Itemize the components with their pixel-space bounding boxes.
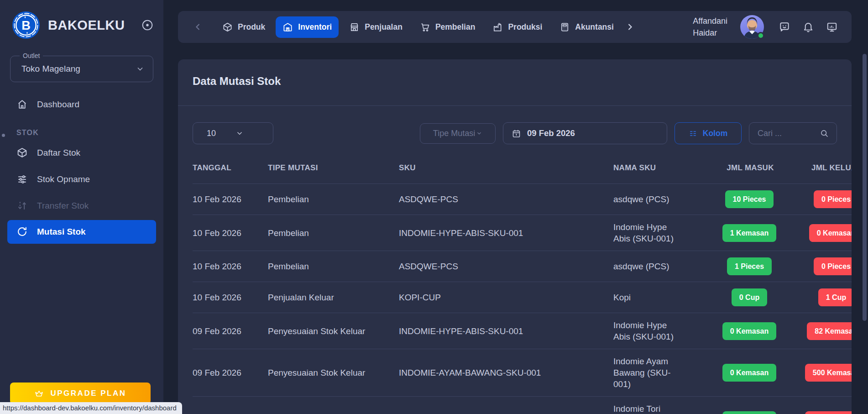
chevron-down-icon <box>136 64 145 73</box>
svg-text:B: B <box>21 18 31 32</box>
cell-nama-sku: Indomie Hype Abis (SKU-001) <box>613 215 711 251</box>
sidebar-scroll-dot <box>2 134 5 137</box>
cell-jml-masuk: 1 Pieces <box>711 251 794 282</box>
cell-jml-keluar: 500 Kemasan <box>794 397 852 414</box>
home-icon <box>16 99 28 110</box>
cell-jml-keluar: 0 Pieces <box>794 184 852 215</box>
tipe-mutasi-select[interactable]: Tipe Mutasi <box>420 123 496 144</box>
sidebar-toggle-button[interactable] <box>141 18 154 32</box>
nav-forward-button[interactable] <box>622 20 637 34</box>
store-icon <box>349 22 360 32</box>
cell-jml-keluar: 0 Kemasan <box>794 215 852 251</box>
column-header-jml-keluar: JML KELUAR <box>794 151 852 184</box>
sidebar-item-label: Dashboard <box>37 100 79 110</box>
nav-item-produksi[interactable]: Produksi <box>486 16 549 38</box>
table-row: 10 Feb 2026PembelianASDQWE-PCSasdqwe (PC… <box>193 184 852 215</box>
kolom-label: Kolom <box>703 129 727 138</box>
table-row: 10 Feb 2026Penjualan KeluarKOPI-CUPKopi0… <box>193 282 852 313</box>
cell-tanggal: 09 Feb 2026 <box>193 397 268 414</box>
kolom-button[interactable]: Kolom <box>675 122 742 144</box>
cell-jml-masuk: 1 Kemasan <box>711 215 794 251</box>
sidebar-item-dashboard[interactable]: Dashboard <box>0 91 163 118</box>
jml-keluar-badge: 1 Cup <box>818 288 852 306</box>
data-mutasi-stok-card: Data Mutasi Stok 10 Tipe Mutasi <box>178 59 852 414</box>
calculator-icon <box>559 22 570 32</box>
brand-name: BAKOELKU <box>48 18 141 33</box>
search-icon <box>820 129 829 138</box>
sidebar-section-stok: STOK <box>0 129 163 137</box>
sidebar-menu: DashboardSTOKDaftar StokStok OpnameTrans… <box>0 91 163 244</box>
nav-item-label: Akuntansi <box>575 22 614 32</box>
sidebar: B BAKOELKU Outlet Toko Magelang Dashboar… <box>0 0 163 414</box>
cell-sku: INDOMIE-HYPE-ABIS-SKU-001 <box>399 215 613 251</box>
messages-button[interactable] <box>776 18 793 36</box>
cell-jml-keluar: 0 Pieces <box>794 251 852 282</box>
monitor-icon <box>826 21 838 33</box>
sliders-icon <box>16 173 28 185</box>
cell-sku: INDOMIE-TORI-MISO-TELUR-TELUR-SKU-001 <box>399 397 613 414</box>
table-row: 10 Feb 2026PembelianINDOMIE-HYPE-ABIS-SK… <box>193 215 852 251</box>
cell-jml-keluar: 82 Kemasan <box>794 313 852 349</box>
nav-item-penjualan[interactable]: Penjualan <box>342 16 409 38</box>
cell-jml-masuk: 10 Pieces <box>711 184 794 215</box>
chevron-down-icon <box>476 130 482 136</box>
page-title: Data Mutasi Stok <box>193 75 837 88</box>
jml-masuk-badge: 10 Pieces <box>725 190 774 208</box>
brand-row: B BAKOELKU <box>0 0 163 44</box>
sidebar-item-label: Daftar Stok <box>37 148 80 158</box>
table-row: 09 Feb 2026Penyesuaian Stok KeluarINDOMI… <box>193 349 852 397</box>
cell-tipe-mutasi: Penyesuaian Stok Keluar <box>268 397 399 414</box>
nav-item-inventori[interactable]: Inventori <box>276 16 339 38</box>
search-input[interactable] <box>758 129 820 138</box>
package-icon <box>16 147 28 159</box>
date-value: 09 Feb 2026 <box>527 128 575 138</box>
sidebar-item-label: Mutasi Stok <box>37 227 86 237</box>
outlet-label: Outlet <box>20 52 43 59</box>
mutasi-stok-table: TANGGALTIPE MUTASISKUNAMA SKUJML MASUKJM… <box>193 151 852 414</box>
cell-tipe-mutasi: Penyesuaian Stok Keluar <box>268 313 399 349</box>
notifications-button[interactable] <box>800 18 817 36</box>
upgrade-plan-button[interactable]: UPGRADE PLAN <box>10 383 151 404</box>
cell-jml-keluar: 1 Cup <box>794 282 852 313</box>
message-icon <box>779 21 790 33</box>
column-header-nama-sku: NAMA SKU <box>613 151 711 184</box>
filters-right-group: Tipe Mutasi 09 Feb 2026 <box>420 122 837 144</box>
sidebar-item-label: Stok Opname <box>37 174 90 184</box>
nav-item-akuntansi[interactable]: Akuntansi <box>553 16 621 38</box>
sidebar-item-mutasi-stok[interactable]: Mutasi Stok <box>7 220 156 244</box>
sidebar-item-stok-opname[interactable]: Stok Opname <box>0 166 163 193</box>
cell-tipe-mutasi: Pembelian <box>268 184 399 215</box>
page-scrollbar[interactable] <box>863 54 867 321</box>
jml-masuk-badge: 0 Kemasan <box>722 411 777 414</box>
user-avatar[interactable] <box>740 15 764 39</box>
sidebar-item-daftar-stok[interactable]: Daftar Stok <box>0 140 163 166</box>
chevron-right-icon <box>624 21 635 32</box>
user-name: Affandani Haidar <box>693 15 727 39</box>
page-size-select[interactable]: 10 <box>193 122 273 144</box>
chevron-down-icon <box>235 129 264 137</box>
cell-tanggal: 09 Feb 2026 <box>193 313 268 349</box>
nav-item-label: Produksi <box>508 22 542 32</box>
cell-tanggal: 10 Feb 2026 <box>193 215 268 251</box>
card-header: Data Mutasi Stok <box>178 59 852 106</box>
online-status-dot <box>757 32 764 39</box>
column-header-tipe-mutasi: TIPE MUTASI <box>268 151 399 184</box>
circle-dot-icon <box>141 19 153 31</box>
table-row: 09 Feb 2026Penyesuaian Stok KeluarINDOMI… <box>193 313 852 349</box>
jml-keluar-badge: 0 Pieces <box>814 190 852 208</box>
nav-back-button[interactable] <box>191 20 205 34</box>
display-button[interactable] <box>823 18 841 36</box>
jml-keluar-badge: 0 Kemasan <box>809 224 852 242</box>
date-picker[interactable]: 09 Feb 2026 <box>503 122 667 144</box>
cell-jml-keluar: 500 Kemasan <box>794 349 852 397</box>
nav-item-produk[interactable]: Produk <box>215 16 272 38</box>
cell-jml-masuk: 0 Kemasan <box>711 313 794 349</box>
cell-tanggal: 10 Feb 2026 <box>193 184 268 215</box>
search-box <box>749 122 837 144</box>
cell-tipe-mutasi: Pembelian <box>268 215 399 251</box>
cell-nama-sku: asdqwe (PCS) <box>613 184 711 215</box>
nav-item-pembelian[interactable]: Pembelian <box>413 16 482 38</box>
nav-user-area: Affandani Haidar <box>693 15 841 39</box>
outlet-select[interactable]: Outlet Toko Magelang <box>10 56 153 82</box>
chevron-left-icon <box>193 21 204 32</box>
